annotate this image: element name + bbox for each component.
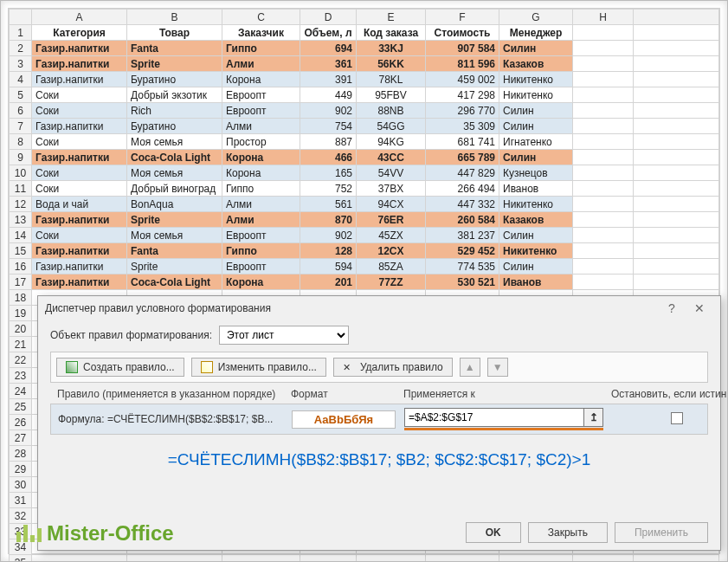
- cell[interactable]: Евроопт: [222, 87, 300, 103]
- cell[interactable]: 266 494: [426, 181, 499, 197]
- cell[interactable]: [634, 259, 719, 275]
- cell[interactable]: Евроопт: [222, 259, 300, 275]
- cell[interactable]: Иванов: [499, 275, 573, 290]
- cell[interactable]: [634, 243, 719, 259]
- cell[interactable]: Никитенко: [499, 197, 573, 212]
- cell[interactable]: 902: [300, 228, 357, 243]
- column-header[interactable]: C: [222, 10, 300, 25]
- stop-if-true-checkbox[interactable]: [671, 412, 683, 424]
- row-header[interactable]: 7: [10, 119, 32, 134]
- cell[interactable]: Газир.напитки: [32, 259, 127, 275]
- cell[interactable]: 94CX: [357, 197, 426, 212]
- cell[interactable]: 561: [300, 197, 357, 212]
- scope-select[interactable]: Этот лист: [219, 326, 349, 345]
- cell[interactable]: [573, 41, 634, 56]
- cell[interactable]: 694: [300, 41, 357, 56]
- cell[interactable]: Соки: [32, 134, 127, 150]
- cell[interactable]: [573, 134, 634, 150]
- column-header[interactable]: B: [127, 10, 222, 25]
- cell[interactable]: [573, 275, 634, 290]
- cell[interactable]: 85ZA: [357, 259, 426, 275]
- cell[interactable]: Силин: [499, 259, 573, 275]
- row-header[interactable]: 9: [10, 150, 32, 165]
- row-header[interactable]: 26: [10, 415, 32, 430]
- cell[interactable]: Соки: [32, 165, 127, 181]
- column-header[interactable]: F: [426, 10, 499, 25]
- cell[interactable]: Моя семья: [127, 165, 222, 181]
- cell[interactable]: [634, 150, 719, 165]
- cell[interactable]: 33KJ: [357, 41, 426, 56]
- cell[interactable]: Газир.напитки: [32, 41, 127, 56]
- row-header[interactable]: 31: [10, 493, 32, 508]
- row-header[interactable]: 3: [10, 56, 32, 72]
- column-header[interactable]: D: [300, 10, 357, 25]
- cell[interactable]: 447 332: [426, 197, 499, 212]
- cell[interactable]: Моя семья: [127, 228, 222, 243]
- cell[interactable]: Менеджер: [499, 25, 573, 41]
- row-header[interactable]: 20: [10, 321, 32, 337]
- cell[interactable]: [426, 555, 499, 563]
- cell[interactable]: 260 584: [426, 212, 499, 228]
- cell[interactable]: Fanta: [127, 41, 222, 56]
- cell[interactable]: 37BX: [357, 181, 426, 197]
- cell[interactable]: 35 309: [426, 119, 499, 134]
- cell[interactable]: 95FBV: [357, 87, 426, 103]
- cell[interactable]: Буратино: [127, 119, 222, 134]
- cell[interactable]: [222, 555, 300, 563]
- cell[interactable]: [634, 25, 719, 41]
- cell[interactable]: [573, 87, 634, 103]
- cell[interactable]: [573, 165, 634, 181]
- row-header[interactable]: 2: [10, 41, 32, 56]
- cell[interactable]: Газир.напитки: [32, 150, 127, 165]
- cell[interactable]: 56KK: [357, 56, 426, 72]
- cell[interactable]: Силин: [499, 103, 573, 119]
- ok-button[interactable]: OK: [466, 522, 521, 543]
- cell[interactable]: [573, 243, 634, 259]
- row-header[interactable]: 25: [10, 399, 32, 415]
- cell[interactable]: Моя семья: [127, 134, 222, 150]
- column-header[interactable]: H: [573, 10, 634, 25]
- cell[interactable]: [634, 134, 719, 150]
- cell[interactable]: [573, 56, 634, 72]
- row-header[interactable]: 17: [10, 275, 32, 290]
- row-header[interactable]: 18: [10, 290, 32, 306]
- cell[interactable]: [573, 181, 634, 197]
- cell[interactable]: 665 789: [426, 150, 499, 165]
- cell[interactable]: 201: [300, 275, 357, 290]
- cell[interactable]: [634, 41, 719, 56]
- row-header[interactable]: 10: [10, 165, 32, 181]
- cell[interactable]: [634, 103, 719, 119]
- cell[interactable]: [634, 197, 719, 212]
- cell[interactable]: 12CX: [357, 243, 426, 259]
- cell[interactable]: Игнатенко: [499, 134, 573, 150]
- row-header[interactable]: 19: [10, 306, 32, 321]
- cell[interactable]: Иванов: [499, 181, 573, 197]
- cell[interactable]: 887: [300, 134, 357, 150]
- cell[interactable]: Газир.напитки: [32, 119, 127, 134]
- cell[interactable]: Гиппо: [222, 41, 300, 56]
- cell[interactable]: Корона: [222, 165, 300, 181]
- cell[interactable]: [357, 555, 426, 563]
- close-icon[interactable]: ✕: [686, 301, 713, 315]
- row-header[interactable]: 14: [10, 228, 32, 243]
- cell[interactable]: Алми: [222, 119, 300, 134]
- cell[interactable]: [499, 555, 573, 563]
- cell[interactable]: Sprite: [127, 212, 222, 228]
- cell[interactable]: Корона: [222, 275, 300, 290]
- cell[interactable]: Казаков: [499, 56, 573, 72]
- cell[interactable]: Силин: [499, 41, 573, 56]
- new-rule-button[interactable]: Создать правило...: [56, 358, 184, 377]
- cell[interactable]: Соки: [32, 228, 127, 243]
- cell[interactable]: 466: [300, 150, 357, 165]
- cell[interactable]: [573, 228, 634, 243]
- cell[interactable]: Sprite: [127, 259, 222, 275]
- column-header[interactable]: A: [32, 10, 127, 25]
- apply-button[interactable]: Применить: [615, 522, 708, 543]
- cell[interactable]: 811 596: [426, 56, 499, 72]
- cell[interactable]: Евроопт: [222, 103, 300, 119]
- cell[interactable]: Coca-Cola Light: [127, 275, 222, 290]
- cell[interactable]: [634, 555, 719, 563]
- cell[interactable]: Вода и чай: [32, 197, 127, 212]
- cell[interactable]: Добрый виноград: [127, 181, 222, 197]
- cell[interactable]: [573, 555, 634, 563]
